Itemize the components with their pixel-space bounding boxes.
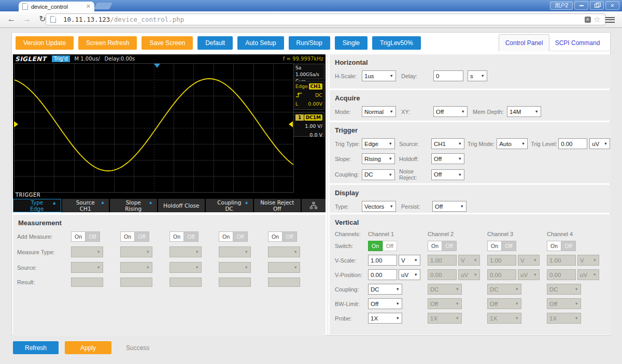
softkey-noise-reject[interactable]: Noise Reject Off (254, 199, 301, 212)
chevron-down-icon: ▼ (390, 204, 393, 209)
back-button[interactable]: ← (5, 13, 18, 25)
page-favicon-icon (22, 3, 28, 10)
ch3-v-scale-unit-select: V▼ (518, 255, 540, 266)
holdoff-select[interactable]: Off▼ (431, 153, 464, 164)
window-close-button[interactable]: ✕ (605, 1, 619, 10)
ch3-coupling-select: DC▼ (487, 284, 521, 295)
trigger-type-readout: Edge (295, 83, 308, 89)
trig-mode-select[interactable]: Auto▼ (497, 138, 528, 149)
slope-select[interactable]: Rising▼ (362, 153, 395, 164)
tab-close-icon[interactable]: ✕ (86, 4, 91, 9)
new-tab-button[interactable] (94, 3, 112, 9)
tab-scpi-command[interactable]: SCPI Command (550, 34, 604, 51)
browser-tab[interactable]: device_control ✕ (19, 2, 94, 11)
ch3-switch-toggle[interactable]: OnOff (487, 241, 516, 251)
frequency-readout: f = 99.9997kHz (283, 56, 323, 62)
user-profile-badge[interactable]: 用户2 (550, 2, 573, 10)
chevron-down-icon: ▼ (533, 272, 537, 277)
screen-refresh-button[interactable]: Screen Refresh (78, 36, 137, 50)
ch1-v-position-input[interactable] (368, 269, 397, 280)
ch4-switch-toggle[interactable]: OnOff (547, 241, 576, 251)
acquire-mode-select[interactable]: Normal▼ (362, 106, 396, 117)
delay-input[interactable] (433, 70, 463, 81)
ch4-probe-select: 1X▼ (547, 313, 581, 324)
chevron-down-icon: ▼ (389, 156, 392, 161)
measure2-type-select: ▼ (120, 246, 152, 257)
measure1-type-select: ▼ (71, 246, 103, 257)
version-update-button[interactable]: Version Update (16, 36, 74, 50)
measurement-section: Measurement Add Measure: OnOff OnOff OnO… (13, 215, 326, 336)
save-screen-button[interactable]: Save Screen (142, 36, 193, 50)
address-bar[interactable]: 10.11.13.123/device_control.php A ☆ (46, 13, 605, 25)
trig-coupling-select[interactable]: DC▼ (362, 169, 395, 180)
h-scale-select[interactable]: 1us▼ (362, 70, 396, 81)
ch4-v-position-unit-select: uV▼ (577, 269, 599, 280)
ch1-v-scale-unit-select[interactable]: V▼ (399, 255, 420, 266)
window-restore-button[interactable] (590, 1, 604, 10)
chevron-down-icon: ▼ (534, 109, 538, 114)
persist-select[interactable]: Off▼ (432, 201, 466, 212)
chevron-down-icon: ▼ (474, 258, 477, 263)
measure2-toggle[interactable]: OnOff (120, 231, 149, 242)
display-type-select[interactable]: Vectors▼ (362, 201, 396, 212)
measure2-source-select: ▼ (120, 262, 152, 273)
ch1-coupling-select[interactable]: DC▼ (368, 284, 402, 295)
trigger-level-label: L (295, 101, 298, 107)
softkey-source[interactable]: Source CH1 ▲ (62, 199, 109, 212)
softkey-coupling[interactable]: Coupling DC ▲ (206, 199, 253, 212)
up-arrow-icon: ▲ (53, 201, 55, 205)
trig-type-select[interactable]: Edge▼ (362, 138, 395, 149)
ch4-v-scale-unit-select: V▼ (577, 255, 599, 266)
chevron-down-icon: ▼ (521, 141, 525, 146)
measure3-toggle[interactable]: OnOff (169, 231, 199, 242)
softkey-slope[interactable]: Slope Rising ▲ (110, 199, 157, 212)
url-text[interactable]: 10.11.13.123/device_control.php (63, 16, 184, 23)
trig-level-unit-select[interactable]: uV▼ (589, 138, 610, 149)
window-minimize-button[interactable] (574, 1, 588, 10)
ch3-v-position-input (487, 269, 516, 280)
ch1-switch-toggle[interactable]: OnOff (368, 241, 397, 251)
softkey-holdoff[interactable]: Holdoff Close (158, 199, 205, 212)
xy-select[interactable]: Off▼ (433, 106, 468, 117)
channel1-scale-readout: 1.00 V/ (305, 123, 322, 129)
slope-label: Slope: (335, 156, 362, 162)
ch2-switch-toggle[interactable]: OnOff (428, 241, 457, 251)
default-button[interactable]: Default (197, 36, 233, 50)
delay-unit-select[interactable]: s▼ (468, 70, 487, 81)
single-button[interactable]: Single (335, 36, 367, 50)
mem-depth-select[interactable]: 14M▼ (507, 106, 541, 117)
coupling-label: Coupling: (335, 286, 368, 293)
refresh-button[interactable]: Refresh (13, 341, 59, 354)
triglev50-button[interactable]: TrigLev50% (372, 36, 421, 50)
softkey-type[interactable]: Type Edge ▲ (13, 199, 61, 212)
measure4-toggle[interactable]: OnOff (219, 231, 248, 242)
page: device_control ✕ 用户2 ✕ ← → ↻ 10.11.13.12… (0, 0, 622, 364)
ch1-v-scale-input[interactable] (368, 255, 397, 266)
measure5-toggle[interactable]: OnOff (268, 231, 297, 242)
page-icon (50, 16, 56, 23)
run-stop-button[interactable]: Run/Stop (289, 36, 330, 50)
ch1-bw-limit-select[interactable]: Off▼ (368, 298, 402, 309)
chevron-down-icon: ▼ (604, 141, 607, 146)
ch1-v-position-unit-select[interactable]: uV▼ (399, 269, 420, 280)
ch1-probe-select[interactable]: 1X▼ (368, 313, 402, 324)
auto-setup-button[interactable]: Auto Setup (237, 36, 284, 50)
ch4-bw-limit-select: Off▼ (547, 298, 581, 309)
apply-button[interactable]: Apply (65, 341, 111, 354)
tab-divider (549, 51, 610, 51)
xy-label: XY: (401, 109, 424, 115)
noise-reject-select[interactable]: Off▼ (431, 169, 464, 180)
trig-level-input[interactable] (558, 138, 587, 149)
trig-source-select[interactable]: CH1▼ (431, 138, 464, 149)
up-arrow-icon: ▲ (245, 200, 248, 205)
browser-menu-button[interactable] (605, 16, 615, 24)
sample-rate-readout: Sa 1.00GSa/s (295, 65, 322, 78)
translate-icon[interactable]: A (585, 17, 591, 23)
bookmark-star-icon[interactable]: ☆ (594, 16, 601, 23)
restore-icon (595, 4, 599, 8)
forward-button[interactable]: → (21, 13, 33, 25)
measure1-toggle[interactable]: OnOff (71, 231, 100, 242)
chevron-down-icon: ▼ (593, 272, 597, 277)
network-status-icon (302, 199, 326, 212)
tab-control-panel[interactable]: Control Panel (499, 34, 549, 51)
